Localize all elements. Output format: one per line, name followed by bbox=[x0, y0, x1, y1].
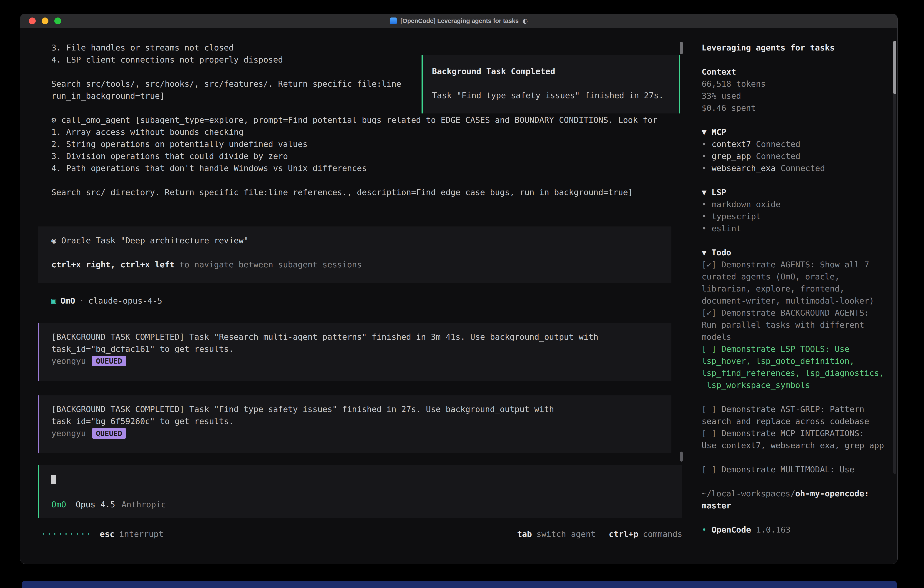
agent-model: claude-opus-4-5 bbox=[88, 296, 162, 306]
bullet-icon: • bbox=[702, 200, 707, 209]
zoom-window-button[interactable] bbox=[54, 18, 61, 24]
oracle-task-panel: ◉ Oracle Task "Deep architecture review"… bbox=[38, 226, 672, 283]
workspace-path: ~/local-workspaces/oh-my-opencode: bbox=[702, 487, 884, 500]
lsp-section-header[interactable]: ▼ LSP bbox=[702, 186, 884, 198]
background-task-message-1: [BACKGROUND TASK COMPLETED] Task "Resear… bbox=[38, 323, 672, 381]
app-name: OpenCode bbox=[712, 525, 751, 534]
tab-key-hint: tab bbox=[517, 528, 532, 540]
todo-item-background-agents: [✓] Demonstrate BACKGROUND AGENTS: Run p… bbox=[702, 307, 884, 343]
hint-keys: ctrl+x right, ctrl+x left bbox=[51, 260, 175, 269]
background-window-edge bbox=[22, 581, 897, 588]
spinner-dots: ········· bbox=[41, 528, 92, 540]
opencode-version-footer: •OpenCode1.0.163 bbox=[702, 524, 884, 536]
status-bar-right: tab switch agent ctrl+p commands bbox=[517, 528, 682, 540]
bullet-icon: • bbox=[702, 139, 707, 149]
mcp-server-item: •grep_appConnected bbox=[702, 150, 884, 162]
context-tokens: 66,518 tokens bbox=[702, 78, 884, 90]
mcp-server-item: •websearch_exaConnected bbox=[702, 162, 884, 174]
message-text: [BACKGROUND TASK COMPLETED] Task "Find t… bbox=[51, 403, 672, 427]
bullet-icon: • bbox=[702, 212, 707, 221]
message-meta: yeongyu QUEUED bbox=[51, 355, 672, 367]
sidebar-scrollbar-track[interactable] bbox=[893, 41, 896, 474]
active-agent-label: OmO bbox=[51, 500, 66, 509]
bullet-icon: • bbox=[702, 152, 707, 161]
tab-key-label: switch agent bbox=[536, 528, 596, 540]
todo-item-ast-grep: [ ] Demonstrate AST-GREP: Pattern search… bbox=[702, 403, 884, 427]
queued-badge: QUEUED bbox=[92, 428, 126, 439]
app-version: 1.0.163 bbox=[756, 525, 790, 534]
oracle-task-title: ◉ Oracle Task "Deep architecture review" bbox=[51, 235, 672, 246]
toast-body: Task "Find type safety issues" finished … bbox=[432, 89, 679, 101]
todo-item-agents: [✓] Demonstrate AGENTS: Show all 7 curat… bbox=[702, 259, 884, 307]
window-controls bbox=[29, 14, 61, 28]
lsp-server-item: •markdown-oxide bbox=[702, 198, 884, 210]
provider-label: Anthropic bbox=[121, 500, 166, 509]
lsp-section: ▼ LSP •markdown-oxide •typescript •eslin… bbox=[702, 186, 884, 235]
terminal-app-icon bbox=[390, 18, 397, 24]
context-spent: $0.46 spent bbox=[702, 102, 884, 114]
prompt-input[interactable]: OmOOpus 4.5Anthropic bbox=[38, 465, 682, 518]
context-used: 33% used bbox=[702, 90, 884, 102]
message-meta: yeongyu QUEUED bbox=[51, 427, 672, 439]
main-scrollbar-thumb[interactable] bbox=[680, 41, 683, 55]
window-title-text: [OpenCode] Leveraging agents for tasks bbox=[400, 14, 519, 28]
mcp-status: Connected bbox=[756, 152, 800, 161]
queued-badge: QUEUED bbox=[92, 356, 126, 366]
agent-icon: ▣ bbox=[51, 296, 56, 306]
ctrlp-key-label: commands bbox=[643, 528, 682, 540]
mcp-section: ▼ MCP •context7Connected •grep_appConnec… bbox=[702, 126, 884, 174]
todo-item-lsp-tools: [ ] Demonstrate LSP TOOLS: Use lsp_hover… bbox=[702, 343, 884, 391]
mcp-status: Connected bbox=[756, 139, 800, 149]
todo-item-multimodal: [ ] Demonstrate MULTIMODAL: Use bbox=[702, 463, 884, 476]
message-text: [BACKGROUND TASK COMPLETED] Task "Resear… bbox=[51, 331, 672, 355]
toast-title: Background Task Completed bbox=[432, 65, 679, 77]
todo-section-header[interactable]: ▼ Todo bbox=[702, 246, 884, 259]
background-task-toast[interactable]: Background Task Completed Task "Find typ… bbox=[422, 55, 680, 114]
background-task-message-2: [BACKGROUND TASK COMPLETED] Task "Find t… bbox=[38, 395, 672, 453]
context-section: Context 66,518 tokens 33% used $0.46 spe… bbox=[702, 66, 884, 114]
ctrlp-key-hint: ctrl+p bbox=[609, 528, 639, 540]
status-bar: ········· esc interrupt tab switch agent… bbox=[41, 528, 682, 540]
desktop-background: { "window": { "title": "[OpenCode] Lever… bbox=[0, 0, 924, 588]
bullet-icon: • bbox=[702, 525, 707, 534]
todo-section: ▼ Todo [✓] Demonstrate AGENTS: Show all … bbox=[702, 246, 884, 476]
esc-key-hint: esc bbox=[100, 528, 115, 540]
hint-text: to navigate between subagent sessions bbox=[175, 260, 362, 269]
context-heading: Context bbox=[702, 66, 884, 78]
model-label: Opus 4.5 bbox=[76, 500, 115, 509]
sidebar-scrollbar-thumb[interactable] bbox=[893, 41, 896, 94]
agent-header: ▣OmO·claude-opus-4-5 bbox=[51, 295, 162, 307]
message-author: yeongyu bbox=[51, 427, 86, 439]
close-window-button[interactable] bbox=[29, 18, 36, 24]
bullet-icon: • bbox=[702, 224, 707, 233]
workspace-info: ~/local-workspaces/oh-my-opencode: maste… bbox=[702, 487, 884, 512]
lsp-server-item: •eslint bbox=[702, 222, 884, 235]
window-title: [OpenCode] Leveraging agents for tasks ◐ bbox=[390, 14, 528, 28]
text-cursor bbox=[51, 475, 56, 484]
titlebar[interactable]: [OpenCode] Leveraging agents for tasks ◐ bbox=[20, 14, 898, 28]
input-model-info: OmOOpus 4.5Anthropic bbox=[51, 499, 682, 510]
lsp-server-item: •typescript bbox=[702, 210, 884, 222]
mcp-status: Connected bbox=[780, 164, 825, 173]
todo-item-mcp-integrations: [ ] Demonstrate MCP INTEGRATIONS: Use co… bbox=[702, 427, 884, 451]
bullet-icon: • bbox=[702, 164, 707, 173]
subagent-navigation-hint: ctrl+x right, ctrl+x left to navigate be… bbox=[51, 259, 672, 271]
opencode-window: [OpenCode] Leveraging agents for tasks ◐… bbox=[20, 14, 898, 564]
session-sidebar: Leveraging agents for tasks Context 66,5… bbox=[702, 41, 884, 536]
message-author: yeongyu bbox=[51, 355, 86, 367]
minimize-window-button[interactable] bbox=[41, 18, 48, 24]
mcp-section-header[interactable]: ▼ MCP bbox=[702, 126, 884, 138]
workspace-branch: master bbox=[702, 500, 884, 512]
mcp-server-item: •context7Connected bbox=[702, 138, 884, 150]
agent-name: OmO bbox=[61, 296, 75, 306]
main-scrollbar-thumb-lower[interactable] bbox=[680, 452, 683, 462]
session-loading-icon: ◐ bbox=[523, 14, 528, 28]
separator-dot: · bbox=[79, 296, 84, 306]
esc-key-label: interrupt bbox=[119, 528, 163, 540]
session-title: Leveraging agents for tasks bbox=[702, 41, 884, 54]
